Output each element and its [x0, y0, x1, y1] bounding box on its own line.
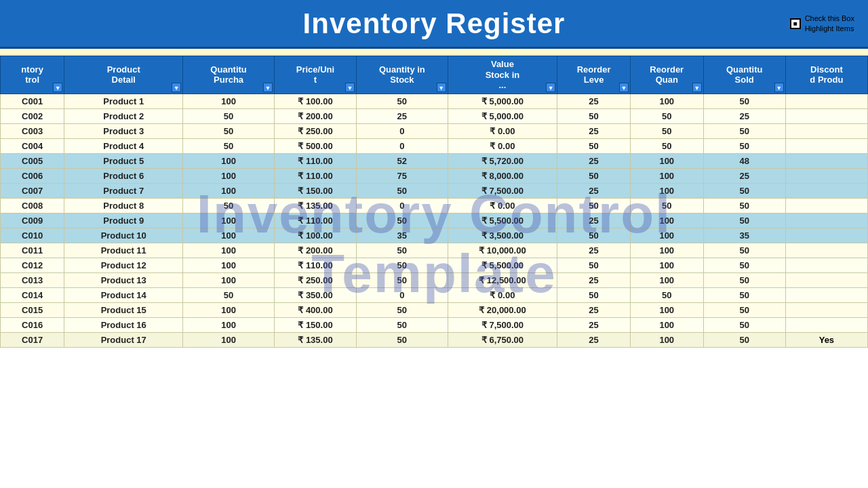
cell-value_stock: ₹ 8,000.00	[448, 168, 557, 183]
cell-value_stock: ₹ 12,500.00	[448, 272, 557, 287]
cell-qty_sold: 50	[703, 243, 785, 258]
col-header-price-unit: Price/Unit ▼	[274, 56, 356, 94]
table-row: C010Product 10100₹ 100.0035₹ 3,500.00501…	[1, 228, 868, 243]
cell-product_detail: Product 5	[64, 153, 183, 168]
cell-inventory_control: C017	[1, 332, 64, 347]
cell-product_detail: Product 16	[64, 317, 183, 332]
cell-inventory_control: C005	[1, 153, 64, 168]
cell-price_unit: ₹ 110.00	[274, 168, 356, 183]
cell-qty_purchased: 100	[183, 243, 275, 258]
col-header-reorder-qty: ReorderQuan ▼	[630, 56, 703, 94]
cell-value_stock: ₹ 5,000.00	[448, 108, 557, 123]
cell-qty_sold: 50	[703, 213, 785, 228]
cell-product_detail: Product 17	[64, 332, 183, 347]
cell-reorder_level: 50	[557, 228, 631, 243]
highlight-checkbox[interactable]: ■	[790, 18, 801, 29]
dropdown-reorder-qty[interactable]: ▼	[692, 83, 702, 92]
table-row: C002Product 250₹ 200.0025₹ 5,000.0050502…	[1, 108, 868, 123]
cell-price_unit: ₹ 100.00	[274, 228, 356, 243]
cell-product_detail: Product 15	[64, 302, 183, 317]
col-header-qty-purchased: QuantituPurcha ▼	[183, 56, 275, 94]
cell-discontinued	[785, 243, 867, 258]
cell-discontinued	[785, 168, 867, 183]
cell-qty_sold: 50	[703, 258, 785, 272]
cell-inventory_control: C016	[1, 317, 64, 332]
cell-qty_purchased: 50	[183, 198, 275, 213]
cell-qty_in_stock: 50	[357, 243, 448, 258]
cell-reorder_qty: 100	[630, 94, 703, 108]
cell-value_stock: ₹ 20,000.00	[448, 302, 557, 317]
cell-qty_in_stock: 0	[357, 198, 448, 213]
table-row: C016Product 16100₹ 150.0050₹ 7,500.00251…	[1, 317, 868, 332]
cell-product_detail: Product 11	[64, 243, 183, 258]
cell-price_unit: ₹ 250.00	[274, 272, 356, 287]
cell-value_stock: ₹ 6,750.00	[448, 332, 557, 347]
table-row: C001Product 1100₹ 100.0050₹ 5,000.002510…	[1, 94, 868, 108]
cell-reorder_level: 25	[557, 317, 631, 332]
cell-reorder_qty: 100	[630, 168, 703, 183]
dropdown-price-unit[interactable]: ▼	[345, 83, 355, 92]
cell-reorder_level: 25	[557, 302, 631, 317]
table-row: C007Product 7100₹ 150.0050₹ 7,500.002510…	[1, 183, 868, 198]
cell-reorder_qty: 100	[630, 258, 703, 272]
dropdown-reorder-level[interactable]: ▼	[619, 83, 629, 92]
cell-qty_sold: 25	[703, 108, 785, 123]
cell-qty_sold: 35	[703, 228, 785, 243]
cell-qty_in_stock: 0	[357, 123, 448, 138]
cell-discontinued	[785, 302, 867, 317]
dropdown-value-stock[interactable]: ▼	[546, 83, 555, 92]
cell-qty_purchased: 100	[183, 317, 275, 332]
cell-price_unit: ₹ 150.00	[274, 183, 356, 198]
table-row: C003Product 350₹ 250.000₹ 0.00255050	[1, 123, 868, 138]
dropdown-product-detail[interactable]: ▼	[172, 83, 181, 92]
cell-price_unit: ₹ 135.00	[274, 332, 356, 347]
cell-price_unit: ₹ 135.00	[274, 198, 356, 213]
cell-qty_sold: 50	[703, 302, 785, 317]
cell-value_stock: ₹ 5,000.00	[448, 94, 557, 108]
cell-reorder_level: 50	[557, 168, 631, 183]
cell-value_stock: ₹ 10,000.00	[448, 243, 557, 258]
dropdown-qty-stock[interactable]: ▼	[437, 83, 446, 92]
cell-inventory_control: C002	[1, 108, 64, 123]
highlight-checkbox-container[interactable]: ■ Check this BoxHighlight Items	[790, 14, 854, 33]
cell-product_detail: Product 10	[64, 228, 183, 243]
cell-qty_purchased: 100	[183, 183, 275, 198]
cell-product_detail: Product 3	[64, 123, 183, 138]
cell-inventory_control: C013	[1, 272, 64, 287]
dropdown-inventory[interactable]: ▼	[53, 83, 62, 92]
cell-discontinued	[785, 123, 867, 138]
cell-qty_purchased: 100	[183, 213, 275, 228]
table-row: C008Product 850₹ 135.000₹ 0.00505050	[1, 198, 868, 213]
dropdown-qty-sold[interactable]: ▼	[774, 83, 784, 92]
cell-reorder_level: 25	[557, 123, 631, 138]
cell-qty_sold: 50	[703, 287, 785, 302]
cell-inventory_control: C009	[1, 213, 64, 228]
cell-inventory_control: C003	[1, 123, 64, 138]
cell-qty_in_stock: 75	[357, 168, 448, 183]
cell-qty_purchased: 100	[183, 153, 275, 168]
table-row: C004Product 450₹ 500.000₹ 0.00505050	[1, 138, 868, 153]
cell-price_unit: ₹ 150.00	[274, 317, 356, 332]
cell-discontinued: Yes	[785, 332, 867, 347]
cell-qty_in_stock: 50	[357, 183, 448, 198]
cell-value_stock: ₹ 5,720.00	[448, 153, 557, 168]
cell-discontinued	[785, 213, 867, 228]
cell-reorder_level: 25	[557, 153, 631, 168]
table-row: C011Product 11100₹ 200.0050₹ 10,000.0025…	[1, 243, 868, 258]
cell-inventory_control: C015	[1, 302, 64, 317]
cell-qty_in_stock: 50	[357, 94, 448, 108]
cell-qty_in_stock: 25	[357, 108, 448, 123]
cell-qty_purchased: 100	[183, 168, 275, 183]
cell-reorder_qty: 100	[630, 243, 703, 258]
cell-qty_sold: 25	[703, 168, 785, 183]
cell-qty_purchased: 100	[183, 258, 275, 272]
cell-reorder_level: 50	[557, 108, 631, 123]
cell-qty_purchased: 100	[183, 332, 275, 347]
dropdown-qty-purchased[interactable]: ▼	[263, 83, 273, 92]
inventory-table: ntorytrol ▼ ProductDetail ▼ QuantituPurc…	[0, 56, 868, 348]
cell-value_stock: ₹ 3,500.00	[448, 228, 557, 243]
inventory-table-container: ntorytrol ▼ ProductDetail ▼ QuantituPurc…	[0, 56, 868, 348]
cell-qty_sold: 50	[703, 123, 785, 138]
cell-qty_sold: 50	[703, 317, 785, 332]
cell-reorder_qty: 50	[630, 287, 703, 302]
